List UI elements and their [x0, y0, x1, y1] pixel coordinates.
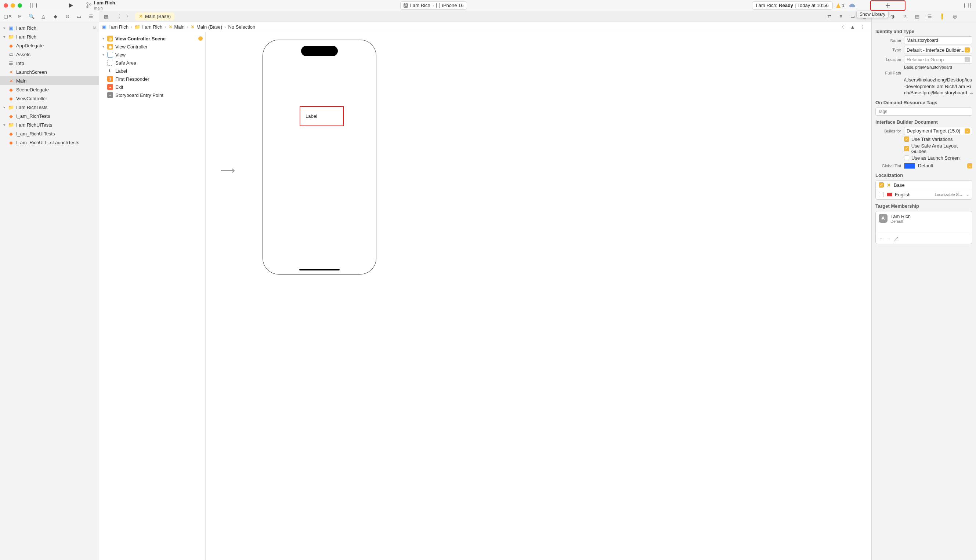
nav-file-assets[interactable]: 🗂Assets [0, 50, 99, 59]
tm-add-button[interactable]: ＋ [879, 236, 884, 242]
jump-crumb-selection[interactable]: No Selection [228, 24, 255, 30]
related-items-button[interactable]: ▦ [101, 12, 111, 20]
nav-file-uitests[interactable]: ◆I_am_RichUITests [0, 129, 99, 138]
viewcontroller-icon: ◉ [107, 44, 113, 50]
nav-tests-icon[interactable]: ◆ [51, 12, 60, 20]
minimize-window-button[interactable] [11, 3, 15, 8]
location-select[interactable]: Relative to Group⌄ [904, 55, 972, 63]
nav-file-appdelegate[interactable]: ◆AppDelegate [0, 41, 99, 50]
nav-reports-icon[interactable]: ☰ [86, 12, 96, 20]
nav-file-scenedelegate[interactable]: ◆SceneDelegate [0, 85, 99, 94]
cloud-status-icon[interactable] [847, 2, 857, 10]
app-icon: A [404, 3, 408, 8]
interface-builder-canvas[interactable]: ⟶ Label [206, 32, 871, 560]
nav-folder-uitests[interactable]: ▾📁I am RichUITests [0, 120, 99, 129]
toggle-left-sidebar-button[interactable] [28, 2, 38, 10]
nav-forward-button[interactable]: 〉 [124, 12, 133, 20]
tint-value: Default [918, 163, 964, 168]
device-notch [301, 46, 338, 56]
builds-for-select[interactable]: Deployment Target (15.0)⌄ [904, 127, 972, 135]
svg-point-4 [87, 6, 88, 8]
swap-icon[interactable]: ⇄ [824, 12, 834, 20]
jump-crumb-base[interactable]: ✕Main (Base) [191, 24, 222, 30]
nav-bookmark-icon[interactable]: ⎘ [15, 12, 24, 20]
outline-label[interactable]: LLabel [99, 67, 205, 75]
run-button[interactable] [66, 2, 76, 10]
identity-inspector-tab[interactable]: ▤ [913, 12, 922, 20]
section-odr: On Demand Resource Tags [876, 100, 972, 105]
trait-variations-checkbox[interactable]: ✓Use Trait Variations [904, 137, 972, 142]
editor-tab-main[interactable]: ✕ Main (Base) [135, 12, 174, 20]
nav-file-viewcontroller[interactable]: ◆ViewController [0, 94, 99, 103]
chevron-updown-icon: ⌄ [964, 128, 970, 133]
nav-file-uitests-launch[interactable]: ◆I_am_RichUIT...sLaunchTests [0, 138, 99, 147]
document-outline: ▾◎View Controller Scene ▾◉View Controlle… [99, 32, 206, 560]
safe-area-checkbox[interactable]: ✓Use Safe Area Layout Guides [904, 143, 972, 154]
loc-row-base[interactable]: ✓ ✕ Base [876, 180, 972, 190]
jump-next-button[interactable]: 〉 [859, 23, 868, 31]
nav-folder-tests[interactable]: ▾📁I am RichTests [0, 103, 99, 112]
nav-search-icon[interactable]: 🔍 [27, 12, 36, 20]
lines-icon[interactable]: ≡ [836, 12, 846, 20]
tm-edit-button[interactable]: ／ [894, 236, 899, 242]
nav-back-button[interactable]: 〈 [113, 12, 123, 20]
tm-row-app[interactable]: A I am Rich Default [876, 212, 972, 226]
help-inspector-tab[interactable]: ? [900, 12, 909, 20]
storyboard-icon: ✕ [8, 69, 14, 75]
storyboard-icon: ✕ [139, 13, 143, 19]
connections-inspector-tab[interactable]: ◎ [950, 12, 959, 20]
nav-file-info[interactable]: ☰Info [0, 59, 99, 68]
canvas-label-element[interactable]: Label [300, 106, 344, 126]
nav-close-icon[interactable]: ▢✕ [3, 12, 12, 20]
outline-view[interactable]: ▾View [99, 51, 205, 59]
name-field[interactable] [904, 36, 972, 44]
jump-issue-icon[interactable]: ▲ [848, 23, 857, 31]
odr-tags-field[interactable] [876, 108, 972, 116]
loc-english-type[interactable]: Localizable S... [934, 192, 962, 197]
zoom-window-button[interactable] [18, 3, 22, 8]
tint-swatch[interactable] [904, 163, 915, 169]
jump-crumb-project[interactable]: ▣I am Rich [102, 24, 129, 30]
scheme-selector[interactable]: A I am Rich › iPhone 16 [400, 2, 467, 10]
plist-icon: ☰ [8, 60, 14, 66]
outline-vc[interactable]: ▾◉View Controller [99, 43, 205, 51]
issues-indicator[interactable]: 1 [836, 3, 844, 8]
toggle-right-sidebar-button[interactable] [963, 2, 972, 10]
size-inspector-tab[interactable]: 📏 [938, 12, 947, 20]
outline-exit[interactable]: →Exit [99, 83, 205, 91]
plus-icon [885, 3, 891, 8]
tm-remove-button[interactable]: － [886, 236, 891, 242]
nav-breakpoints-icon[interactable]: ▭ [74, 12, 84, 20]
launch-screen-checkbox[interactable]: ✓Use as Launch Screen [904, 155, 972, 161]
first-responder-icon: 1 [107, 76, 113, 82]
check-icon: ✓ [879, 182, 884, 188]
nav-debug-icon[interactable]: ⊚ [62, 12, 72, 20]
chevron-updown-icon[interactable]: ⌄ [967, 163, 972, 168]
outline-first-responder[interactable]: 1First Responder [99, 75, 205, 83]
nav-file-tests[interactable]: ◆I_am_RichTests [0, 112, 99, 120]
scheme-device: iPhone 16 [442, 3, 464, 8]
nav-folder-app[interactable]: ▾📁I am Rich [0, 32, 99, 41]
jump-crumb-main[interactable]: ✕Main [169, 24, 185, 30]
jump-prev-button[interactable]: 〈 [837, 23, 846, 31]
outline-scene[interactable]: ▾◎View Controller Scene [99, 35, 205, 43]
outline-safearea[interactable]: Safe Area [99, 59, 205, 67]
nav-project-root[interactable]: ▾ ▣ I am Rich M [0, 23, 99, 32]
nav-file-main[interactable]: ✕Main [0, 76, 99, 85]
svg-marker-9 [836, 3, 841, 8]
fullpath-arrow-icon[interactable]: ➔ [970, 91, 973, 96]
jump-crumb-folder[interactable]: 📁I am Rich [134, 24, 162, 30]
history-inspector-tab[interactable]: ◑ [888, 12, 897, 20]
activity-status[interactable]: I am Rich: Ready | Today at 10:56 [752, 2, 833, 10]
library-button[interactable] [871, 2, 904, 10]
close-window-button[interactable] [4, 3, 8, 8]
loc-row-english[interactable]: ✓ English Localizable S... ⌄ [876, 190, 972, 199]
nav-file-launchscreen[interactable]: ✕LaunchScreen [0, 68, 99, 76]
device-frame[interactable]: Label [262, 40, 376, 275]
type-select[interactable]: Default - Interface Builder...⌄ [904, 46, 972, 54]
source-control-branch[interactable]: I am Rich main [86, 0, 115, 11]
nav-issues-icon[interactable]: △ [38, 12, 48, 20]
attributes-inspector-tab[interactable]: ☰ [925, 12, 934, 20]
outline-entry-point[interactable]: →Storyboard Entry Point [99, 91, 205, 99]
storyboard-icon: ✕ [8, 78, 14, 84]
